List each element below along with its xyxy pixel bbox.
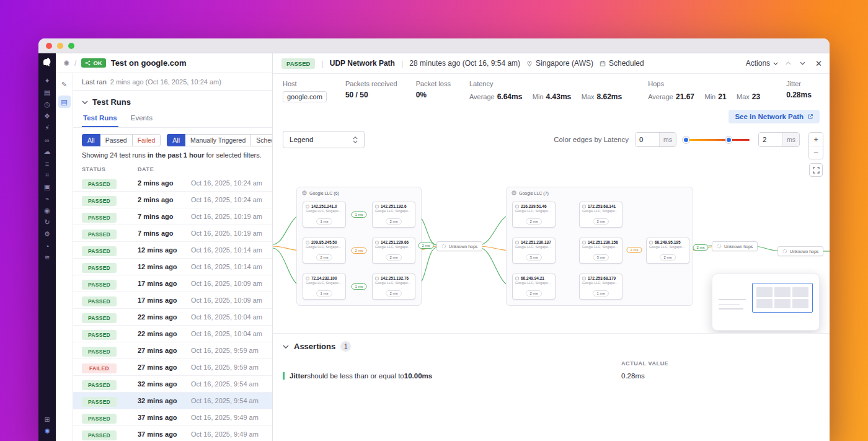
latency-color-slider[interactable] [683, 135, 752, 145]
hop-node[interactable]: 72.14.232.100Google LLC, Singapo...1 ms [303, 274, 346, 300]
dashboards-icon[interactable]: ▤ [41, 87, 53, 99]
color-max-input[interactable] [759, 133, 782, 146]
slider-handle-min[interactable] [683, 136, 689, 143]
tab-events[interactable]: Events [130, 110, 154, 127]
table-row[interactable]: PASSED27 mins agoOct 16, 2025, 9:59 am [73, 342, 272, 359]
host-icon [582, 277, 586, 280]
network-path-graph[interactable]: Google LLC (6) Google LLC (7) 142.251.24… [273, 152, 830, 333]
see-in-network-path-button[interactable]: See in Network Path [728, 110, 820, 123]
table-row[interactable]: PASSED37 mins agoOct 16, 2025, 9:49 am [73, 409, 272, 426]
hop-node[interactable]: 142.251.230.156Google LLC, Singapo...3 m… [579, 238, 622, 264]
status-badge: PASSED [82, 229, 117, 239]
status-badge: PASSED [82, 430, 117, 440]
stat-latency: Latency Average6.64ms Min4.43ms Max8.62m… [469, 80, 629, 102]
runs-summary: Showing 24 test runs in the past 1 hour … [73, 150, 272, 164]
network-icon[interactable]: ⌁ [41, 193, 53, 205]
edge-latency-label: 2 ms [693, 244, 708, 251]
hop-node[interactable]: 216.239.51.46Google LLC, Singapo...2 ms [512, 202, 556, 228]
maximize-window-button[interactable] [68, 43, 74, 49]
filter-trigger-all[interactable]: All [167, 134, 185, 146]
organization-icon[interactable]: ⊞ [41, 414, 53, 425]
close-window-button[interactable] [46, 43, 52, 49]
hop-node[interactable]: 66.249.95.195Google LLC, Singapo...2 ms [646, 238, 689, 264]
filter-status-all[interactable]: All [82, 134, 100, 146]
test-runs-section-header[interactable]: Test Runs [73, 91, 272, 109]
host-icon [306, 241, 309, 244]
assertions-header[interactable]: Assertions 1 [283, 341, 820, 352]
table-row[interactable]: PASSED17 mins agoOct 16, 2025, 10:09 am [73, 275, 272, 292]
table-row[interactable]: PASSED22 mins agoOct 16, 2025, 10:04 am [73, 326, 272, 342]
hop-node[interactable]: 66.249.94.21Google LLC, Singapo...2 ms [512, 274, 556, 300]
stacks-icon[interactable]: ≋ [41, 252, 53, 264]
next-run-button[interactable] [799, 60, 807, 66]
ci-cd-icon[interactable]: ⌗ [41, 169, 53, 181]
minimap-viewport[interactable] [752, 283, 813, 313]
integrations-icon[interactable]: ❖ [41, 110, 53, 122]
table-row[interactable]: PASSED7 mins agoOct 16, 2025, 10:19 am [73, 208, 272, 225]
host-icon [649, 241, 653, 244]
table-row[interactable]: PASSED12 mins agoOct 16, 2025, 10:14 am [73, 242, 272, 259]
divider: | [321, 59, 323, 68]
table-row[interactable]: PASSED7 mins agoOct 16, 2025, 10:19 am [73, 225, 272, 242]
actions-dropdown[interactable]: Actions [746, 59, 778, 68]
settings-icon[interactable]: ⚙ [41, 228, 53, 240]
hop-node[interactable]: 209.85.245.50Google LLC, Singapo...2 ms [303, 238, 346, 264]
runs-table: PASSED2 mins agoOct 16, 2025, 10:24 am P… [73, 175, 272, 441]
slider-handle-max[interactable] [725, 136, 732, 143]
hop-node[interactable]: 142.251.230.137Google LLC, Singapo...3 m… [512, 238, 556, 264]
filter-status-passed[interactable]: Passed [100, 134, 133, 146]
stat-host: Host google.com [283, 80, 327, 102]
hop-node[interactable]: 142.251.229.66Google LLC, Singapo...2 ms [372, 238, 415, 264]
service-map-icon[interactable]: ∞ [41, 134, 53, 146]
table-row[interactable]: PASSED2 mins agoOct 16, 2025, 10:24 am [73, 175, 272, 192]
minimize-window-button[interactable] [57, 43, 63, 49]
hop-node[interactable]: 172.253.68.141Google LLC, Singapo...2 ms [579, 202, 622, 228]
table-row[interactable]: PASSED32 mins agoOct 16, 2025, 9:54 am [73, 376, 272, 393]
host-value[interactable]: google.com [283, 91, 327, 102]
table-row[interactable]: PASSED17 mins agoOct 16, 2025, 10:09 am [73, 292, 272, 309]
unknown-icon [717, 244, 722, 249]
unknown-hops-node[interactable]: Unknown hops [712, 241, 758, 251]
table-row[interactable]: PASSED37 mins agoOct 16, 2025, 9:49 am [73, 426, 272, 441]
table-row[interactable]: FAILED27 mins agoOct 16, 2025, 9:59 am [73, 359, 272, 376]
monitors-icon[interactable]: ◷ [41, 99, 53, 110]
cloud-icon[interactable]: ☁ [41, 146, 53, 158]
color-min-input[interactable] [636, 133, 659, 146]
table-row-selected[interactable]: PASSED32 mins agoOct 16, 2025, 9:54 am [73, 393, 272, 409]
table-row[interactable]: PASSED2 mins agoOct 16, 2025, 10:24 am [73, 192, 272, 208]
close-panel-button[interactable]: ✕ [815, 59, 822, 68]
hop-node[interactable]: 172.253.68.179Google LLC, Singapo...1 ms [579, 274, 622, 300]
synthetics-icon[interactable]: ↻ [41, 216, 53, 228]
profiling-icon[interactable]: ◔ [41, 240, 53, 252]
status-badge: PASSED [82, 179, 117, 189]
assistant-icon[interactable]: ✺ [41, 425, 53, 437]
datadog-logo-icon[interactable] [42, 56, 53, 70]
previous-run-button[interactable] [784, 60, 792, 66]
security-icon[interactable]: ◉ [41, 205, 53, 216]
unknown-hops-node[interactable]: Unknown hops [436, 241, 482, 251]
edit-icon[interactable]: ✎ [58, 78, 71, 91]
edge-latency-label: 2 ms [351, 247, 366, 254]
edge-latency-label: 1 ms [351, 283, 366, 290]
filter-status-failed[interactable]: Failed [132, 134, 161, 146]
filter-trigger-manual[interactable]: Manually Triggered [185, 134, 251, 146]
graph-minimap[interactable] [712, 274, 820, 331]
table-row[interactable]: PASSED22 mins agoOct 16, 2025, 10:04 am [73, 309, 272, 326]
legend-select[interactable]: Legend [283, 131, 365, 148]
apm-icon[interactable]: ⚡ [41, 122, 53, 134]
hop-node[interactable]: 142.251.192.6Google LLC, Singapo...2 ms [372, 202, 415, 228]
calendar-icon [600, 60, 606, 67]
filter-trigger-scheduled[interactable]: Scheduled [250, 134, 272, 146]
hop-node[interactable]: 142.251.241.0Google LLC, Singapo...1 ms [303, 202, 346, 228]
zoom-in-button[interactable]: + [809, 133, 823, 146]
logs-icon[interactable]: ≡ [41, 158, 53, 169]
tab-test-runs[interactable]: Test Runs [82, 110, 118, 127]
assertions-title: Assertions [294, 342, 335, 351]
hop-node[interactable]: 142.251.192.76Google LLC, Singapo...2 ms [372, 274, 415, 300]
processes-icon[interactable]: ▣ [41, 181, 53, 193]
runs-panel-icon[interactable]: ▤ [58, 96, 71, 108]
last-ran-value: 2 mins ago (Oct 16, 2025, 10:24 am) [110, 78, 221, 86]
unknown-hops-node[interactable]: Unknown hops [777, 246, 823, 256]
watchdog-icon[interactable]: ✦ [41, 75, 53, 87]
table-row[interactable]: PASSED12 mins agoOct 16, 2025, 10:14 am [73, 259, 272, 275]
